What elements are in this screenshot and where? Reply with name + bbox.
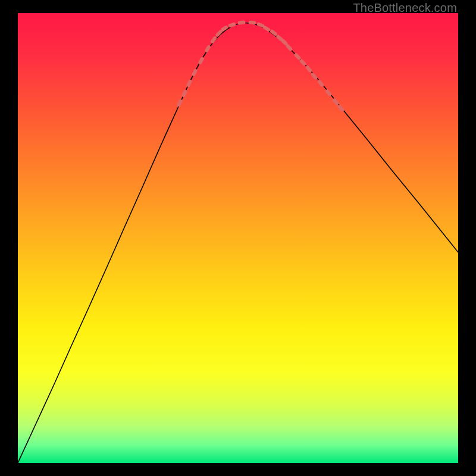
- curve-marker: [248, 20, 256, 25]
- curve-marker: [191, 68, 198, 77]
- chart-frame: TheBottleneck.com: [0, 0, 476, 476]
- curve-marker: [176, 99, 183, 107]
- marker-group: [176, 20, 345, 112]
- curve-marker: [198, 57, 205, 65]
- bottleneck-curve: [18, 23, 458, 463]
- curve-marker: [210, 36, 218, 44]
- curve-marker: [186, 79, 192, 87]
- curve-marker: [270, 29, 278, 36]
- curve-marker: [181, 89, 187, 98]
- curve-marker: [237, 20, 246, 24]
- curve-marker: [228, 22, 236, 28]
- plot-area: [18, 13, 458, 463]
- curve-layer: [18, 13, 458, 463]
- curve-marker: [311, 72, 318, 80]
